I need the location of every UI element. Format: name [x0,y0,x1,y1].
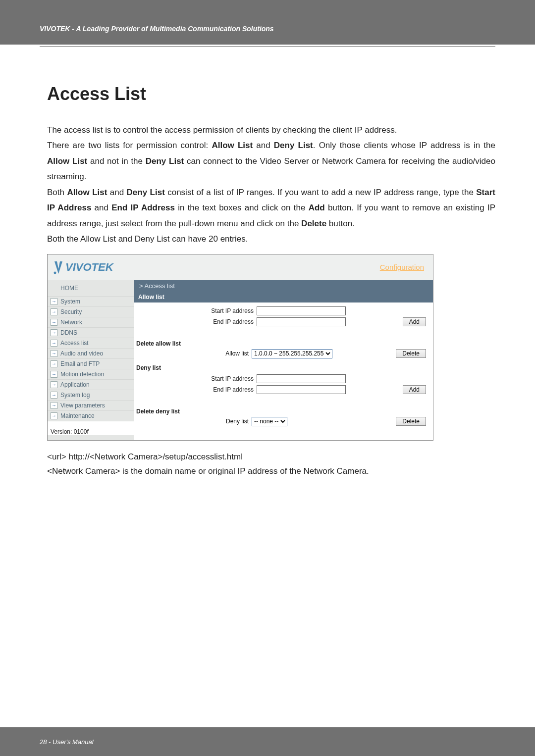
para3-mid2: consist of a list of IP ranges. If you w… [165,188,476,197]
nav-home[interactable]: HOME [48,280,134,297]
ss-header: VIVOTEK Configuration [48,254,433,280]
url-line: <url> http://<Network Camera>/setup/acce… [47,450,495,464]
arrow-icon: → [51,308,57,315]
nav-item-view-parameters[interactable]: →View parameters [48,401,134,411]
deny-list-bold-3: Deny List [127,188,165,197]
nav-label: System log [60,392,90,399]
deny-list-select-label: Deny list [140,418,252,425]
allow-start-ip-label: Start IP address [140,307,257,314]
nav-label: Audio and video [60,350,103,357]
sidebar-nav: HOME →System →Security →Network →DDNS →A… [48,280,134,440]
svg-point-0 [54,271,56,274]
para3-mid4: in the text boxes and click on the [175,203,309,212]
nav-label: Motion detection [60,371,104,378]
deny-list-section-label: Deny list [134,359,433,372]
para3-mid1: and [107,188,126,197]
footer-text: 28 - User's Manual [40,738,94,746]
allow-list-select-label: Allow list [140,350,252,357]
deny-delete-button[interactable]: Delete [396,417,426,426]
nav-item-security[interactable]: →Security [48,307,134,317]
configuration-link[interactable]: Configuration [380,263,424,271]
nav-item-system[interactable]: →System [48,297,134,307]
arrow-icon: → [51,402,57,409]
add-bold: Add [309,203,325,212]
allow-list-bold: Allow List [212,141,253,150]
arrow-icon: → [51,329,57,336]
para2-pre: There are two lists for permission contr… [47,141,212,150]
arrow-icon: → [51,350,57,357]
nav-item-system-log[interactable]: →System log [48,390,134,401]
allow-end-ip-input[interactable] [257,317,346,326]
arrow-icon: → [51,381,57,388]
nav-item-maintenance[interactable]: →Maintenance [48,411,134,421]
arrow-icon: → [51,298,57,305]
arrow-icon: → [51,340,57,347]
arrow-icon: → [51,392,57,399]
deny-start-ip-label: Start IP address [140,375,257,382]
allow-list-bold-2: Allow List [47,156,87,166]
deny-list-bold-2: Deny List [146,156,184,166]
breadcrumb: > Access list [134,280,433,292]
allow-list-bold-3: Allow List [67,188,107,197]
para2-mid1: and [253,141,274,150]
nav-item-access-list[interactable]: →Access list [48,338,134,349]
nav-label: Email and FTP [60,360,100,367]
page-footer: 28 - User's Manual [0,727,535,756]
deny-end-ip-label: End IP address [140,386,257,393]
url-block: <url> http://<Network Camera>/setup/acce… [47,450,495,479]
nav-label: Application [60,381,90,388]
nav-label: System [60,298,80,305]
nav-item-motion-detection[interactable]: →Motion detection [48,369,134,380]
brand-logo[interactable]: VIVOTEK [53,260,113,275]
deny-list-bold: Deny List [274,141,313,150]
para2-mid3: and not in the [87,156,145,166]
allow-end-ip-label: End IP address [140,318,257,325]
header-banner-text: VIVOTEK - A Leading Provider of Multimed… [40,25,274,45]
deny-list-select[interactable]: -- none -- [252,417,287,426]
nav-label: Access list [60,340,89,347]
para3-mid3: and [91,203,111,212]
config-screenshot: VIVOTEK Configuration HOME →System →Secu… [47,254,433,441]
para3-pre: Both [47,188,67,197]
arrow-icon: → [51,371,57,378]
delete-bold: Delete [301,219,326,228]
deny-start-ip-input[interactable] [257,374,346,383]
delete-allow-heading: Delete allow list [134,333,433,348]
arrow-icon: → [51,412,57,419]
nav-label: Network [60,319,82,326]
arrow-icon: → [51,360,57,367]
arrow-icon: → [51,319,57,326]
page-header-band: VIVOTEK - A Leading Provider of Multimed… [0,0,535,45]
nav-item-application[interactable]: →Application [48,380,134,390]
para2-mid2: . Only those clients whose IP address is… [313,141,495,150]
allow-start-ip-input[interactable] [257,306,346,315]
para3-end: button. [326,219,355,228]
brand-text: VIVOTEK [65,261,113,274]
para4: Both the Allow List and Deny List can ha… [47,234,248,244]
logo-icon [53,260,64,275]
delete-deny-heading: Delete deny list [134,401,433,416]
para1: The access list is to control the access… [47,125,397,135]
nav-item-email-ftp[interactable]: →Email and FTP [48,359,134,369]
deny-end-ip-input[interactable] [257,385,346,394]
body-text: The access list is to control the access… [47,122,495,247]
deny-add-button[interactable]: Add [403,385,426,394]
nav-item-audio-video[interactable]: →Audio and video [48,349,134,359]
nav-item-ddns[interactable]: →DDNS [48,328,134,338]
url-note-line: <Network Camera> is the domain name or o… [47,464,495,479]
nav-label: DDNS [60,329,77,336]
nav-label: Maintenance [60,412,95,419]
allow-add-button[interactable]: Add [403,317,426,326]
nav-label: View parameters [60,402,105,409]
page-title: Access List [47,84,495,104]
nav-label: Security [60,308,82,315]
ss-main: > Access list Allow list Start IP addres… [134,280,433,440]
allow-list-select[interactable]: 1.0.0.0 ~ 255.255.255.255 [252,349,332,358]
end-ip-bold: End IP Address [111,203,175,212]
allow-list-section-label: Allow list [134,292,433,302]
nav-item-network[interactable]: →Network [48,317,134,328]
version-text: Version: 0100f [48,421,134,435]
allow-delete-button[interactable]: Delete [396,349,426,358]
